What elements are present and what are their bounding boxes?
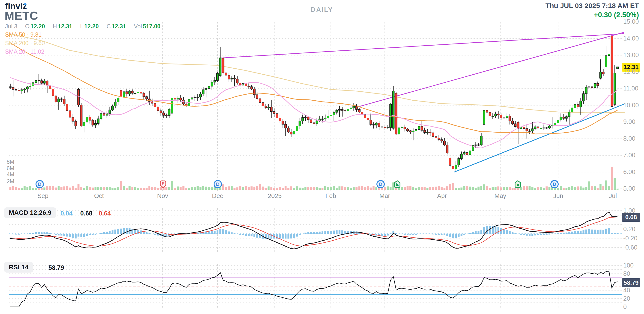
quote-close: C12.31 bbox=[106, 23, 126, 30]
finviz-chart-page: finviz METC DAILY Thu JUL 03 2025 7:18 A… bbox=[0, 0, 644, 314]
timeframe-label: DAILY bbox=[301, 6, 343, 13]
quote-datetime: Thu JUL 03 2025 7:18 AM ET bbox=[546, 2, 639, 10]
ohlc-readout: Jul 3 O12.20 H12.31 L12.20 C12.31 Vol517… bbox=[5, 23, 160, 30]
macd-current-badge: 0.68 bbox=[622, 213, 640, 222]
finviz-logo-dot-icon bbox=[24, 3, 26, 5]
current-price-badge: 12.31 bbox=[622, 63, 640, 72]
sma20-line bbox=[10, 78, 618, 148]
rsi-value: 58.79 bbox=[48, 264, 64, 271]
rsi-gridlines bbox=[9, 265, 622, 307]
candlestick-series bbox=[10, 34, 619, 173]
month-gridlines bbox=[43, 22, 613, 308]
quote-high: H12.31 bbox=[53, 23, 72, 30]
ticker-symbol: METC bbox=[4, 9, 38, 22]
rsi-curve bbox=[10, 271, 618, 307]
price-gridlines bbox=[9, 22, 622, 189]
sma20-legend: SMA 20 · 11.02 bbox=[5, 48, 44, 55]
macd-hist-value: 0.04 bbox=[60, 210, 73, 217]
sma200-legend: SMA 200 · 9.60 bbox=[5, 40, 45, 46]
rsi-indicator-label: RSI 14 bbox=[4, 262, 33, 273]
macd-signal-curve2 bbox=[10, 217, 618, 246]
macd-signal-value: 0.64 bbox=[99, 210, 111, 217]
macd-indicator-label: MACD 12,26,9 bbox=[4, 207, 56, 218]
purple-trendline bbox=[221, 34, 624, 58]
trendlines bbox=[221, 32, 624, 172]
quote-low: L12.20 bbox=[80, 23, 98, 30]
volume-bars bbox=[10, 167, 619, 190]
macd-lines bbox=[10, 212, 618, 249]
quote-volume: Vol517.00 bbox=[134, 23, 160, 30]
macd-histogram bbox=[10, 226, 618, 239]
sma50-legend: SMA 50 · 9.81 bbox=[5, 31, 42, 38]
macd-line-value: 0.68 bbox=[80, 210, 92, 217]
quote-open: O12.20 bbox=[25, 23, 45, 30]
macd-main-curve bbox=[10, 212, 618, 249]
stock-chart-canvas[interactable] bbox=[0, 0, 644, 314]
quote-date: Jul 3 bbox=[5, 23, 17, 30]
rsi-current-badge: 58.79 bbox=[622, 278, 640, 287]
price-change: +0.30 (2.50%) bbox=[594, 11, 639, 19]
blue-trendline bbox=[454, 104, 624, 172]
